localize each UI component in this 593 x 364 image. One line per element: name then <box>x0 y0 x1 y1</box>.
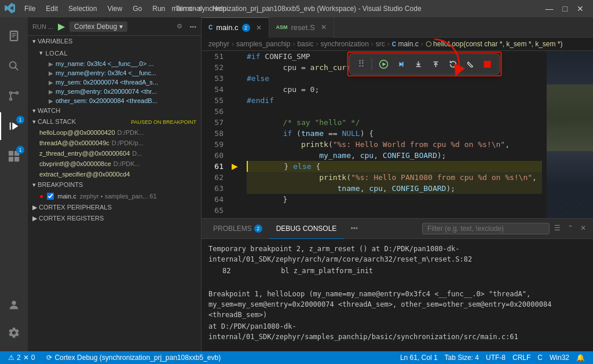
activity-extensions[interactable]: 1 <box>0 142 28 170</box>
callstack-item-4[interactable]: extract_specifier@@0x0000cd4 <box>28 169 201 179</box>
toolbar-stepout-button[interactable] <box>428 57 444 71</box>
breakpoint-item-0[interactable]: ● main.c zephyr • samples_pan... 61 <box>28 190 201 202</box>
var-my-name-entry[interactable]: ▶ my_name@entry: 0x3fc4 <__func... <box>28 68 201 78</box>
toolbar-disconnect-button[interactable] <box>463 57 479 71</box>
debug-config-select[interactable]: Cortex Debug ▾ <box>69 21 127 32</box>
minimize-button[interactable]: — <box>541 3 558 14</box>
menu-file[interactable]: File <box>20 3 40 14</box>
bc-file[interactable]: C main.c <box>392 40 419 48</box>
status-tabsize[interactable]: Tab Size: 4 <box>441 354 482 362</box>
menu-go[interactable]: Go <box>128 3 147 14</box>
status-errors[interactable]: ⚠ 2 ✕ 0 <box>5 354 38 362</box>
status-encoding[interactable]: UTF-8 <box>482 354 509 362</box>
bc-function[interactable]: ⬡ helloLoop(const char *, k_sem *, k_sem… <box>426 40 563 48</box>
var-my-name[interactable]: ▶ my_name: 0x3fc4 <__func__.0> ... <box>28 59 201 68</box>
panel-tab-problems[interactable]: PROBLEMS 2 <box>206 219 269 239</box>
var-label2: my_name@entry: 0x3fc4 <__func... <box>56 69 156 76</box>
toolbar-stepover-button[interactable] <box>393 57 409 71</box>
code-line-60: my_name, cpu, CONFIG_BOARD); <box>247 150 542 161</box>
warning-icon: ✕ <box>23 354 29 362</box>
cortex-registers-header[interactable]: ▶ CORTEX REGISTERS <box>28 213 201 224</box>
bp-checkbox[interactable] <box>47 193 54 200</box>
status-language[interactable]: C <box>534 354 546 362</box>
bc-sync[interactable]: synchronization <box>320 40 368 48</box>
callstack-item-1[interactable]: threadA@@0x0000049c D:/PDK/p... <box>28 138 201 148</box>
cortex-peripherals-header[interactable]: ▶ CORTEX PERIPHERALS <box>28 202 201 213</box>
menu-view[interactable]: View <box>103 3 127 14</box>
activity-account[interactable] <box>0 291 28 319</box>
debug-settings-button[interactable]: ⚙ <box>177 23 182 30</box>
code-area[interactable]: 51 52 53 54 55 56 57 58 59 60 61 62 63 6… <box>202 51 593 218</box>
toolbar-restart-button[interactable] <box>445 57 462 71</box>
activity-scm[interactable] <box>0 82 28 110</box>
callstack-header[interactable]: ▾ CALL STACK PAUSED ON BREAKPOINT <box>28 116 201 127</box>
bc-src[interactable]: src <box>376 40 385 48</box>
callstack-file-1: D:/PDK/p... <box>112 139 144 146</box>
debug-more-button[interactable]: ••• <box>189 23 196 30</box>
code-line-66: /* wait a while, then let other thread h… <box>247 216 542 218</box>
breakpoints-header[interactable]: ▾ BREAKPOINTS <box>28 179 201 190</box>
paused-label: PAUSED ON BREAKPOINT <box>131 119 196 125</box>
toolbar-continue-button[interactable] <box>376 57 392 71</box>
variables-header[interactable]: ▾ VARIABLES <box>28 36 201 47</box>
var-other-sem[interactable]: ▶ other_sem: 0x20000084 <threadB... <box>28 96 201 105</box>
svg-rect-1 <box>12 35 16 35</box>
toolbar-stepinto-button[interactable] <box>411 57 427 71</box>
panel-tab-debug-console[interactable]: DEBUG CONSOLE <box>269 219 344 239</box>
local-section[interactable]: ▾ Local <box>28 47 201 59</box>
callstack-item-3[interactable]: cbvprintf@@0x000008ce D:/PDK... <box>28 159 201 169</box>
filter-input[interactable] <box>422 223 550 234</box>
activity-search[interactable] <box>0 52 28 80</box>
toolbar-stop-button[interactable] <box>480 58 495 71</box>
svg-rect-0 <box>12 33 16 34</box>
menu-run[interactable]: Run <box>148 3 170 14</box>
svg-rect-13 <box>14 157 19 161</box>
menu-edit[interactable]: Edit <box>41 3 63 14</box>
activity-run[interactable]: 1 <box>0 112 28 140</box>
status-notifications[interactable]: 🔔 <box>573 354 588 362</box>
status-cursor[interactable]: Ln 61, Col 1 <box>397 354 441 362</box>
var-my-sem[interactable]: ▶ my_sem: 0x20000074 <threadA_s... <box>28 78 201 87</box>
activity-settings[interactable] <box>0 319 28 347</box>
panel-tab-more[interactable]: ••• <box>343 219 365 239</box>
toolbar-drag-button[interactable]: ⠿ <box>354 56 368 72</box>
callstack-fn-1: threadA@@0x0000049c <box>39 139 109 146</box>
breadcrumb: zephyr › samples_panchip › basic › synch… <box>202 38 593 51</box>
tab-reset-s[interactable]: ASM reset.S ✕ <box>269 17 334 38</box>
svg-point-14 <box>12 301 16 305</box>
tab-close-main[interactable]: ✕ <box>256 24 262 32</box>
tab-close-reset[interactable]: ✕ <box>321 23 327 31</box>
watch-header[interactable]: ▾ WATCH <box>28 105 201 116</box>
svg-marker-8 <box>12 123 18 130</box>
callstack-item-2[interactable]: z_thread_entry@@0x00000604 D... <box>28 148 201 159</box>
bc-zephyr[interactable]: zephyr <box>208 40 229 48</box>
var-label5: other_sem: 0x20000084 <threadB... <box>56 97 158 104</box>
callstack-file-3: D:/PDK... <box>114 160 140 167</box>
code-content[interactable]: #if CONFIG_SMP cpu = arch_curr_cpu()->id… <box>242 51 547 218</box>
console-content[interactable]: Temporary breakpoint 2, z_arm_reset () a… <box>202 239 593 351</box>
panel-maximize-button[interactable]: ⌃ <box>565 223 576 234</box>
menu-selection[interactable]: Selection <box>64 3 101 14</box>
var-my-sem-entry[interactable]: ▶ my_sem@entry: 0x20000074 <thr... <box>28 87 201 96</box>
status-debug-session[interactable]: ⟳ Cortex Debug (synchronization_prj_pan1… <box>43 354 224 362</box>
panel-filter-icon[interactable]: ☰ <box>552 223 563 234</box>
maximize-button[interactable]: □ <box>558 3 572 14</box>
status-platform[interactable]: Win32 <box>546 354 573 362</box>
tab-size-label: Tab Size: 4 <box>445 354 479 362</box>
panel-more-label: ••• <box>350 225 358 233</box>
code-line-62: printk("%s: Hello PAN1080 from cpu %d on… <box>247 172 542 183</box>
status-eol[interactable]: CRLF <box>509 354 534 362</box>
console-line-0: Temporary breakpoint 2, z_arm_reset () a… <box>208 244 586 264</box>
close-button[interactable]: ✕ <box>572 3 588 14</box>
console-line-2 <box>208 277 586 288</box>
tab-main-c[interactable]: C main.c 2 ✕ <box>202 17 269 38</box>
bc-samples[interactable]: samples_panchip <box>236 40 290 48</box>
debug-run-button[interactable]: ▶ <box>58 21 65 32</box>
activity-explorer[interactable] <box>0 22 28 50</box>
activity-bar: 1 1 <box>0 17 28 351</box>
callstack-item-0[interactable]: helloLoop@@0x00000420 D:/PDK... <box>28 127 201 138</box>
panel-close-button[interactable]: ✕ <box>578 223 588 234</box>
cortex-peripherals-title: ▶ CORTEX PERIPHERALS <box>32 204 112 211</box>
bc-basic[interactable]: basic <box>297 40 313 48</box>
notification-icon: 🔔 <box>576 354 585 362</box>
